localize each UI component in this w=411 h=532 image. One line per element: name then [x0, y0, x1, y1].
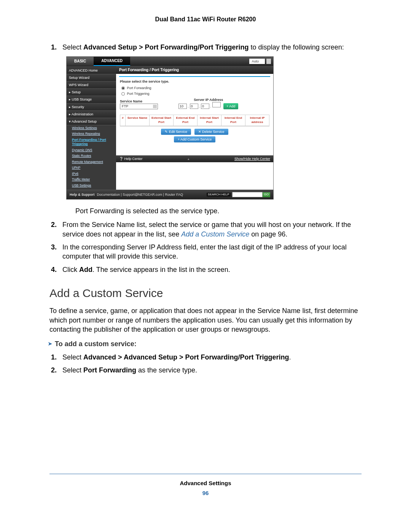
sidebar-item-setup[interactable]: ▸ Setup — [67, 89, 116, 96]
sidebar-item-administration[interactable]: ▸ Administration — [67, 111, 116, 118]
sub-wireless-settings[interactable]: Wireless Settings — [67, 125, 116, 131]
proc2-step-1-suffix: . — [289, 353, 291, 361]
procedure-2: Select Advanced > Advanced Setup > Port … — [62, 353, 362, 375]
sub-ipv6[interactable]: IPv6 — [67, 171, 116, 177]
radio-port-forwarding[interactable]: Port Forwarding — [121, 86, 269, 90]
th-ext-start: External Start Port — [150, 115, 174, 126]
footer-rule — [49, 474, 362, 474]
th-ext-end: External End Port — [174, 115, 198, 126]
tab-advanced[interactable]: ADVANCED — [94, 57, 130, 66]
radio-dot-on-icon — [121, 86, 125, 90]
auto-dropdown-icon[interactable] — [266, 59, 271, 64]
sidebar-item-setup-wizard[interactable]: Setup Wizard — [67, 74, 116, 81]
step-4-prefix: Click — [62, 266, 79, 273]
ss-main: Port Forwarding / Port Triggering Please… — [116, 66, 273, 190]
proc2-step-2: Select Port Forwarding as the service ty… — [62, 366, 362, 375]
help-center-bar: ❔ Help Center ▴ Show/Hide Help Center — [116, 155, 273, 162]
ss-tabs: BASIC ADVANCED Auto — [67, 57, 273, 66]
step-2-link[interactable]: Add a Custom Service — [181, 230, 249, 238]
radio-port-forwarding-label: Port Forwarding — [127, 86, 151, 90]
step-1: Select Advanced Setup > Port Forwarding/… — [62, 43, 362, 216]
sub-upnp[interactable]: UPnP — [67, 165, 116, 171]
edit-service-button[interactable]: ✎ Edit Service — [161, 129, 191, 135]
ip-octet-2[interactable]: 0 — [190, 104, 198, 109]
sidebar-item-wps-wizard[interactable]: WPS Wizard — [67, 81, 116, 89]
tab-basic[interactable]: BASIC — [67, 57, 94, 66]
router-screenshot: BASIC ADVANCED Auto ADVANCED Home Setup … — [66, 56, 274, 200]
help-support-label: Help & Support — [70, 192, 95, 197]
main-content: Select Advanced Setup > Port Forwarding/… — [0, 43, 411, 375]
th-service-name: Service Name — [126, 115, 150, 126]
sidebar-item-advanced-setup[interactable]: ▾ Advanced Setup — [67, 118, 116, 125]
services-table: # Service Name External Start Port Exter… — [120, 115, 269, 126]
sub-remote-management[interactable]: Remote Management — [67, 159, 116, 165]
server-ip-label: Server IP Address — [178, 97, 238, 102]
th-int-start: Internal Start Port — [198, 115, 221, 126]
sub-wireless-repeating[interactable]: Wireless Repeating — [67, 131, 116, 137]
proc2-step-1-bold: Advanced > Advanced Setup > Port Forward… — [83, 353, 289, 361]
service-name-label: Service Name — [120, 99, 177, 104]
service-type-label: Please select the service type. — [120, 79, 269, 84]
table-header-row: # Service Name External Start Port Exter… — [120, 115, 269, 126]
step-2-suffix: on page 96. — [249, 230, 287, 238]
step-3: In the corresponding Server IP Address f… — [62, 243, 362, 261]
delete-service-button[interactable]: ✕ Delete Service — [194, 129, 228, 135]
ip-octet-3[interactable]: 0 — [201, 104, 209, 109]
footer-page: 96 — [0, 489, 411, 508]
proc2-step-1: Select Advanced > Advanced Setup > Port … — [62, 353, 362, 362]
radio-dot-off-icon — [121, 92, 125, 96]
procedure-1: Select Advanced Setup > Port Forwarding/… — [62, 43, 362, 274]
sub-traffic-meter[interactable]: Traffic Meter — [67, 177, 116, 182]
panel-title: Port Forwarding / Port Triggering — [116, 66, 273, 74]
help-collapse-icon[interactable]: ▴ — [143, 157, 234, 161]
step-1-note: Port Forwarding is selected as the servi… — [75, 206, 362, 216]
step-3-text: In the corresponding Server IP Address f… — [62, 243, 347, 260]
auto-select[interactable]: Auto — [249, 59, 265, 64]
search-input[interactable] — [232, 192, 263, 197]
sub-usb-settings[interactable]: USB Settings — [67, 183, 116, 189]
show-hide-help-link[interactable]: Show/Hide Help Center — [234, 157, 270, 161]
proc2-step-1-prefix: Select — [62, 353, 83, 361]
footer-label: Advanced Settings — [0, 479, 411, 487]
radio-port-triggering-label: Port Triggering — [127, 92, 150, 96]
go-button[interactable]: GO — [263, 192, 270, 197]
sidebar-item-security[interactable]: ▸ Security — [67, 104, 116, 111]
search-help-label: SEARCH HELP — [207, 193, 230, 197]
step-2: From the Service Name list, select the s… — [62, 220, 362, 239]
panel-spacer — [116, 144, 273, 155]
sub-dynamic-dns[interactable]: Dynamic DNS — [67, 147, 116, 153]
step-1-bold: Advanced Setup > Port Forwarding/Port Tr… — [83, 43, 249, 51]
help-center-label[interactable]: ❔ Help Center — [119, 157, 143, 161]
procedure-heading: To add a custom service: — [55, 339, 362, 348]
proc2-step-2-bold: Port Forwarding — [83, 366, 136, 374]
add-custom-service-button[interactable]: + Add Custom Service — [174, 136, 215, 142]
service-name-select[interactable]: FTP — [120, 104, 158, 109]
th-int-ip: Internal IP address — [245, 115, 269, 126]
sidebar-item-adv-home[interactable]: ADVANCED Home — [67, 67, 116, 74]
sub-static-routes[interactable]: Static Routes — [67, 153, 116, 159]
add-button[interactable]: + Add — [223, 103, 238, 109]
ss-sidebar: ADVANCED Home Setup Wizard WPS Wizard ▸ … — [67, 66, 116, 190]
sidebar-item-usb-storage[interactable]: ▸ USB Storage — [67, 96, 116, 103]
section-para: To define a service, game, or applicatio… — [49, 306, 362, 334]
step-4-bold: Add — [79, 266, 92, 273]
step-1-prefix: Select — [62, 43, 83, 51]
th-num: # — [120, 115, 126, 126]
proc2-step-2-prefix: Select — [62, 366, 83, 374]
ip-octet-1[interactable]: 10 — [178, 104, 187, 109]
step-4-suffix: . The service appears in the list in the… — [92, 266, 230, 273]
footer-links[interactable]: Documentation | Support@NETGEAR.com | Ro… — [97, 192, 207, 197]
sub-port-forwarding[interactable]: Port Forwarding / Port Triggering — [67, 137, 116, 147]
page-header: Dual Band 11ac WiFi Router R6200 — [0, 15, 411, 24]
proc2-step-2-suffix: as the service type. — [136, 366, 197, 374]
step-4: Click Add. The service appears in the li… — [62, 265, 362, 274]
ss-footer: Help & Support Documentation | Support@N… — [67, 190, 273, 199]
step-1-suffix: to display the following screen: — [249, 43, 344, 51]
ip-octet-4[interactable] — [212, 102, 221, 107]
radio-port-triggering[interactable]: Port Triggering — [121, 91, 269, 96]
section-heading: Add a Custom Service — [49, 286, 362, 301]
th-int-end: Internal End Port — [221, 115, 245, 126]
